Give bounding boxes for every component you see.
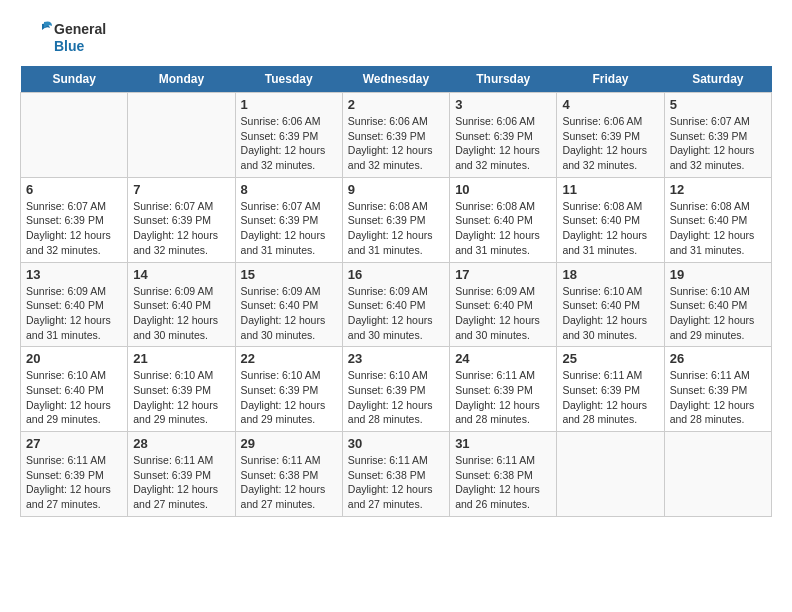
calendar-cell: 6Sunrise: 6:07 AMSunset: 6:39 PMDaylight… xyxy=(21,177,128,262)
logo: General Blue xyxy=(20,20,106,56)
day-number: 31 xyxy=(455,436,551,451)
calendar-table: SundayMondayTuesdayWednesdayThursdayFrid… xyxy=(20,66,772,517)
cell-details: Sunrise: 6:09 AMSunset: 6:40 PMDaylight:… xyxy=(455,284,551,343)
cell-details: Sunrise: 6:09 AMSunset: 6:40 PMDaylight:… xyxy=(133,284,229,343)
calendar-cell: 11Sunrise: 6:08 AMSunset: 6:40 PMDayligh… xyxy=(557,177,664,262)
cell-details: Sunrise: 6:06 AMSunset: 6:39 PMDaylight:… xyxy=(241,114,337,173)
calendar-cell: 16Sunrise: 6:09 AMSunset: 6:40 PMDayligh… xyxy=(342,262,449,347)
calendar-cell: 31Sunrise: 6:11 AMSunset: 6:38 PMDayligh… xyxy=(450,432,557,517)
cell-details: Sunrise: 6:10 AMSunset: 6:39 PMDaylight:… xyxy=(133,368,229,427)
day-header-tuesday: Tuesday xyxy=(235,66,342,93)
cell-details: Sunrise: 6:07 AMSunset: 6:39 PMDaylight:… xyxy=(133,199,229,258)
day-number: 10 xyxy=(455,182,551,197)
day-number: 15 xyxy=(241,267,337,282)
calendar-cell: 24Sunrise: 6:11 AMSunset: 6:39 PMDayligh… xyxy=(450,347,557,432)
cell-details: Sunrise: 6:10 AMSunset: 6:40 PMDaylight:… xyxy=(670,284,766,343)
cell-details: Sunrise: 6:07 AMSunset: 6:39 PMDaylight:… xyxy=(670,114,766,173)
calendar-week-1: 1Sunrise: 6:06 AMSunset: 6:39 PMDaylight… xyxy=(21,93,772,178)
logo-blue: Blue xyxy=(54,38,106,55)
calendar-week-4: 20Sunrise: 6:10 AMSunset: 6:40 PMDayligh… xyxy=(21,347,772,432)
calendar-cell: 13Sunrise: 6:09 AMSunset: 6:40 PMDayligh… xyxy=(21,262,128,347)
cell-details: Sunrise: 6:10 AMSunset: 6:39 PMDaylight:… xyxy=(348,368,444,427)
day-number: 20 xyxy=(26,351,122,366)
cell-details: Sunrise: 6:11 AMSunset: 6:39 PMDaylight:… xyxy=(26,453,122,512)
calendar-cell: 10Sunrise: 6:08 AMSunset: 6:40 PMDayligh… xyxy=(450,177,557,262)
calendar-week-2: 6Sunrise: 6:07 AMSunset: 6:39 PMDaylight… xyxy=(21,177,772,262)
day-number: 21 xyxy=(133,351,229,366)
calendar-week-3: 13Sunrise: 6:09 AMSunset: 6:40 PMDayligh… xyxy=(21,262,772,347)
calendar-cell: 29Sunrise: 6:11 AMSunset: 6:38 PMDayligh… xyxy=(235,432,342,517)
calendar-cell: 28Sunrise: 6:11 AMSunset: 6:39 PMDayligh… xyxy=(128,432,235,517)
logo-general: General xyxy=(54,21,106,38)
calendar-week-5: 27Sunrise: 6:11 AMSunset: 6:39 PMDayligh… xyxy=(21,432,772,517)
calendar-cell: 7Sunrise: 6:07 AMSunset: 6:39 PMDaylight… xyxy=(128,177,235,262)
day-number: 12 xyxy=(670,182,766,197)
calendar-cell: 2Sunrise: 6:06 AMSunset: 6:39 PMDaylight… xyxy=(342,93,449,178)
day-header-thursday: Thursday xyxy=(450,66,557,93)
day-number: 7 xyxy=(133,182,229,197)
cell-details: Sunrise: 6:06 AMSunset: 6:39 PMDaylight:… xyxy=(455,114,551,173)
cell-details: Sunrise: 6:08 AMSunset: 6:40 PMDaylight:… xyxy=(670,199,766,258)
day-number: 16 xyxy=(348,267,444,282)
cell-details: Sunrise: 6:08 AMSunset: 6:40 PMDaylight:… xyxy=(562,199,658,258)
day-number: 28 xyxy=(133,436,229,451)
cell-details: Sunrise: 6:11 AMSunset: 6:39 PMDaylight:… xyxy=(133,453,229,512)
calendar-cell: 19Sunrise: 6:10 AMSunset: 6:40 PMDayligh… xyxy=(664,262,771,347)
calendar-cell: 22Sunrise: 6:10 AMSunset: 6:39 PMDayligh… xyxy=(235,347,342,432)
day-number: 5 xyxy=(670,97,766,112)
cell-details: Sunrise: 6:08 AMSunset: 6:39 PMDaylight:… xyxy=(348,199,444,258)
cell-details: Sunrise: 6:11 AMSunset: 6:39 PMDaylight:… xyxy=(455,368,551,427)
cell-details: Sunrise: 6:07 AMSunset: 6:39 PMDaylight:… xyxy=(26,199,122,258)
cell-details: Sunrise: 6:09 AMSunset: 6:40 PMDaylight:… xyxy=(26,284,122,343)
calendar-cell: 14Sunrise: 6:09 AMSunset: 6:40 PMDayligh… xyxy=(128,262,235,347)
calendar-cell: 12Sunrise: 6:08 AMSunset: 6:40 PMDayligh… xyxy=(664,177,771,262)
calendar-cell: 23Sunrise: 6:10 AMSunset: 6:39 PMDayligh… xyxy=(342,347,449,432)
cell-details: Sunrise: 6:06 AMSunset: 6:39 PMDaylight:… xyxy=(348,114,444,173)
calendar-cell: 3Sunrise: 6:06 AMSunset: 6:39 PMDaylight… xyxy=(450,93,557,178)
cell-details: Sunrise: 6:10 AMSunset: 6:40 PMDaylight:… xyxy=(26,368,122,427)
day-number: 25 xyxy=(562,351,658,366)
calendar-cell: 30Sunrise: 6:11 AMSunset: 6:38 PMDayligh… xyxy=(342,432,449,517)
day-number: 27 xyxy=(26,436,122,451)
day-number: 1 xyxy=(241,97,337,112)
cell-details: Sunrise: 6:11 AMSunset: 6:38 PMDaylight:… xyxy=(241,453,337,512)
day-number: 6 xyxy=(26,182,122,197)
calendar-cell: 9Sunrise: 6:08 AMSunset: 6:39 PMDaylight… xyxy=(342,177,449,262)
calendar-cell xyxy=(128,93,235,178)
day-number: 18 xyxy=(562,267,658,282)
day-number: 30 xyxy=(348,436,444,451)
day-header-monday: Monday xyxy=(128,66,235,93)
cell-details: Sunrise: 6:10 AMSunset: 6:39 PMDaylight:… xyxy=(241,368,337,427)
cell-details: Sunrise: 6:11 AMSunset: 6:39 PMDaylight:… xyxy=(562,368,658,427)
day-header-friday: Friday xyxy=(557,66,664,93)
day-number: 3 xyxy=(455,97,551,112)
cell-details: Sunrise: 6:10 AMSunset: 6:40 PMDaylight:… xyxy=(562,284,658,343)
cell-details: Sunrise: 6:09 AMSunset: 6:40 PMDaylight:… xyxy=(348,284,444,343)
cell-details: Sunrise: 6:11 AMSunset: 6:39 PMDaylight:… xyxy=(670,368,766,427)
day-number: 13 xyxy=(26,267,122,282)
cell-details: Sunrise: 6:11 AMSunset: 6:38 PMDaylight:… xyxy=(455,453,551,512)
calendar-header-row: SundayMondayTuesdayWednesdayThursdayFrid… xyxy=(21,66,772,93)
day-number: 22 xyxy=(241,351,337,366)
day-number: 4 xyxy=(562,97,658,112)
day-header-wednesday: Wednesday xyxy=(342,66,449,93)
day-number: 17 xyxy=(455,267,551,282)
day-header-saturday: Saturday xyxy=(664,66,771,93)
cell-details: Sunrise: 6:08 AMSunset: 6:40 PMDaylight:… xyxy=(455,199,551,258)
calendar-cell: 1Sunrise: 6:06 AMSunset: 6:39 PMDaylight… xyxy=(235,93,342,178)
day-number: 23 xyxy=(348,351,444,366)
calendar-cell: 20Sunrise: 6:10 AMSunset: 6:40 PMDayligh… xyxy=(21,347,128,432)
calendar-cell: 8Sunrise: 6:07 AMSunset: 6:39 PMDaylight… xyxy=(235,177,342,262)
calendar-cell xyxy=(664,432,771,517)
day-number: 19 xyxy=(670,267,766,282)
day-number: 14 xyxy=(133,267,229,282)
day-number: 24 xyxy=(455,351,551,366)
day-number: 26 xyxy=(670,351,766,366)
calendar-cell: 15Sunrise: 6:09 AMSunset: 6:40 PMDayligh… xyxy=(235,262,342,347)
calendar-cell: 27Sunrise: 6:11 AMSunset: 6:39 PMDayligh… xyxy=(21,432,128,517)
day-header-sunday: Sunday xyxy=(21,66,128,93)
calendar-cell: 5Sunrise: 6:07 AMSunset: 6:39 PMDaylight… xyxy=(664,93,771,178)
calendar-cell: 26Sunrise: 6:11 AMSunset: 6:39 PMDayligh… xyxy=(664,347,771,432)
logo-graphic xyxy=(20,20,52,56)
calendar-cell: 17Sunrise: 6:09 AMSunset: 6:40 PMDayligh… xyxy=(450,262,557,347)
